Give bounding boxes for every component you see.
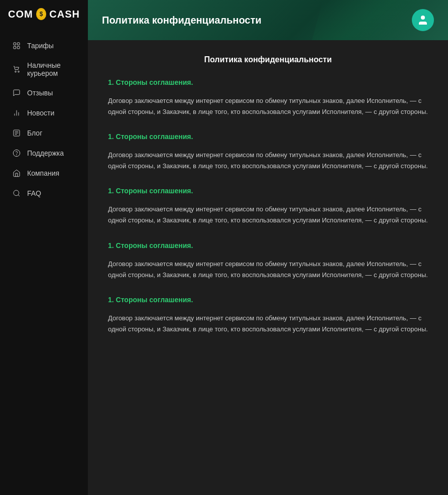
sidebar-item-faq[interactable]: FAQ [3,184,85,203]
svg-point-4 [15,71,17,72]
content-area: Политика конфиденциальности 1. Стороны с… [88,40,448,495]
user-icon [417,14,429,26]
logo-cash: CASH [49,9,80,20]
grid-icon [12,41,21,50]
section-body-4: Договор заключается между интернет серви… [108,313,428,335]
section-body-3: Договор заключается между интернет серви… [108,259,428,281]
delivery-icon [12,65,21,74]
policy-section-2: 1. Стороны соглашения.Договор заключаетс… [108,187,428,226]
sidebar-item-blog[interactable]: Блог [3,123,85,143]
svg-rect-2 [14,46,16,49]
faq-icon [12,189,21,198]
svg-line-16 [18,195,20,196]
logo-coin-icon: $ [36,8,47,20]
sidebar-label-cash-courier: Наличные курьером [27,61,76,77]
sidebar-item-cash-courier[interactable]: Наличные курьером [3,56,85,82]
policy-section-3: 1. Стороны соглашения.Договор заключаетс… [108,241,428,281]
page-title: Политика конфиденциальности [102,15,262,26]
sidebar-label-reviews: Отзывы [27,89,53,97]
section-heading-2: 1. Стороны соглашения. [108,187,428,195]
svg-rect-1 [17,43,20,45]
user-avatar[interactable] [412,9,434,31]
chat-icon [12,88,21,97]
nav-menu: Тарифы Наличные курьером Отзывы Новости [0,32,88,207]
section-body-0: Договор заключается между интернет серви… [108,95,428,117]
section-body-1: Договор заключается между интернет серви… [108,150,428,172]
sidebar-label-company: Компания [27,169,59,177]
sidebar-item-news[interactable]: Новости [3,103,85,122]
sidebar-item-company[interactable]: Компания [3,164,85,183]
svg-point-13 [13,150,20,156]
section-heading-4: 1. Стороны соглашения. [108,296,428,304]
svg-point-5 [18,71,20,72]
svg-rect-0 [14,43,16,45]
sidebar-label-support: Поддержка [27,149,64,157]
sidebar: COM $ CASH Тарифы Наличные курьером Отзы… [0,0,88,495]
blog-icon [12,129,21,138]
sidebar-item-reviews[interactable]: Отзывы [3,83,85,102]
section-heading-1: 1. Стороны соглашения. [108,133,428,141]
main-content: Политика конфиденциальности Политика кон… [88,0,448,495]
policy-section-1: 1. Стороны соглашения.Договор заключаетс… [108,133,428,172]
logo-com: COM [8,9,33,20]
sidebar-label-blog: Блог [27,129,42,137]
sidebar-label-news: Новости [27,109,54,117]
sidebar-item-tariffs[interactable]: Тарифы [3,36,85,55]
svg-point-17 [421,16,425,20]
support-icon [12,149,21,158]
page-header: Политика конфиденциальности [88,0,448,40]
policy-section-4: 1. Стороны соглашения.Договор заключаетс… [108,296,428,335]
section-heading-0: 1. Стороны соглашения. [108,78,428,86]
sidebar-item-support[interactable]: Поддержка [3,144,85,163]
logo: COM $ CASH [0,0,88,32]
policy-section-0: 1. Стороны соглашения.Договор заключаетс… [108,78,428,117]
section-body-2: Договор заключается между интернет серви… [108,204,428,226]
sidebar-label-faq: FAQ [27,189,41,197]
section-heading-3: 1. Стороны соглашения. [108,241,428,250]
svg-point-15 [14,190,19,196]
chart-icon [12,108,21,117]
company-icon [12,169,21,178]
policy-main-title: Политика конфиденциальности [108,55,428,64]
sidebar-label-tariffs: Тарифы [27,42,54,50]
svg-rect-3 [17,46,20,49]
policy-sections: 1. Стороны соглашения.Договор заключаетс… [108,78,428,335]
